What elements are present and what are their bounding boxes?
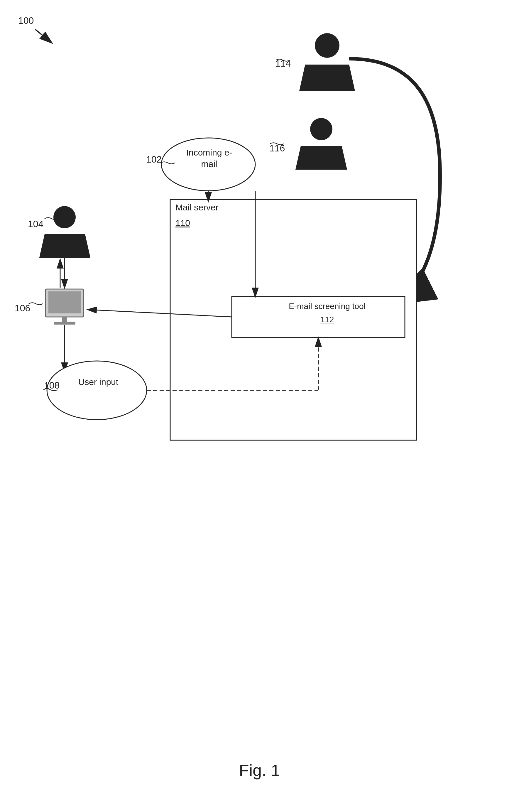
ref-108: 108 <box>44 380 60 391</box>
svg-rect-21 <box>54 322 76 325</box>
svg-point-13 <box>53 206 76 228</box>
svg-line-3 <box>35 29 51 42</box>
svg-marker-5 <box>299 64 355 91</box>
screening-tool-label: E-mail screening tool <box>240 302 414 311</box>
svg-point-4 <box>315 33 340 58</box>
ref-114: 114 <box>275 58 291 69</box>
svg-marker-7 <box>295 146 347 170</box>
ref-106: 106 <box>15 303 30 314</box>
figure-label: Fig. 1 <box>239 761 280 780</box>
svg-marker-14 <box>39 234 90 258</box>
svg-rect-20 <box>62 317 67 322</box>
svg-line-22 <box>88 310 232 317</box>
ref-104: 104 <box>28 219 44 230</box>
diagram-container: 100 102 Incoming e-mail 104 106 108 User… <box>0 0 519 812</box>
svg-point-24 <box>47 361 147 419</box>
mail-server-label: Mail server <box>175 202 219 212</box>
ref-102: 102 <box>146 154 162 165</box>
ref-100: 100 <box>18 15 34 26</box>
user-input-label: User input <box>69 377 127 387</box>
diagram-svg <box>0 0 519 812</box>
svg-point-6 <box>310 118 333 140</box>
mail-server-ref: 110 <box>175 218 190 228</box>
svg-rect-19 <box>49 291 81 313</box>
ref-116: 116 <box>269 143 285 154</box>
screening-tool-ref: 112 <box>240 315 414 324</box>
svg-rect-18 <box>46 289 84 317</box>
incoming-email-label: Incoming e-mail <box>180 147 238 170</box>
